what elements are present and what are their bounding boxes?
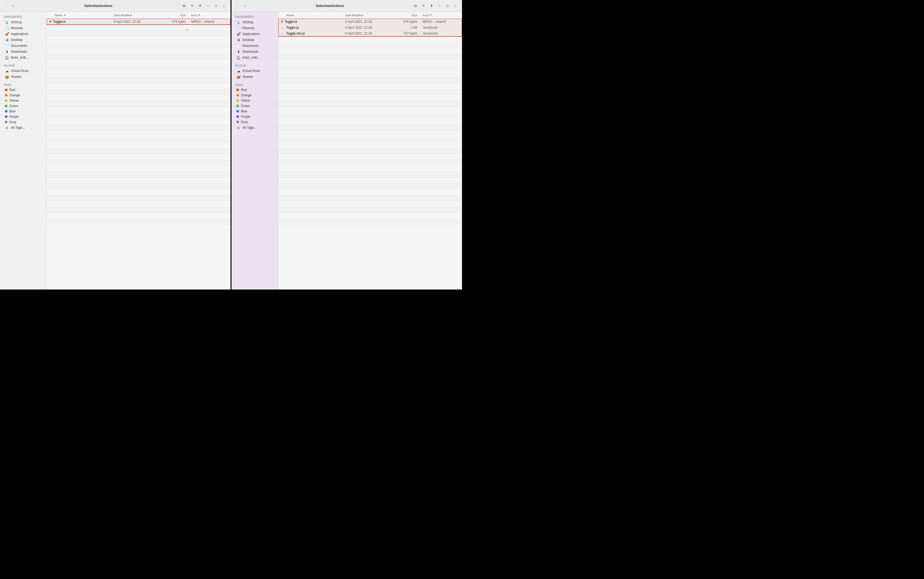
sidebar-item-gray-left[interactable]: Gray (1, 119, 46, 125)
sidebar-item-green-right[interactable]: Green (233, 103, 277, 109)
sidebar-item-desktop-right[interactable]: 🖥 Desktop (233, 37, 277, 43)
col-size-left[interactable]: Size (162, 14, 189, 17)
tag-icon-right[interactable]: ○ (436, 3, 443, 8)
col-name-left[interactable]: Name ▼ (47, 14, 114, 17)
col-date-left[interactable]: Date Modified (114, 14, 162, 17)
home-icon-left: 🏠 (5, 56, 9, 60)
blue-dot-right (236, 110, 239, 113)
sidebar-item-alltags-left[interactable]: ◎ All Tags... (1, 125, 46, 131)
airdrop-icon-right: 📡 (236, 20, 241, 25)
desktop-icon-left: 🖥 (5, 38, 9, 42)
sidebar-item-downloads-left[interactable]: ⬇ Downloads (1, 49, 46, 55)
col-kind-arrow-left: ⇅ (198, 14, 200, 16)
sidebar-item-airdrop-right[interactable]: 📡 AirDrop (233, 19, 277, 25)
view-icon-right[interactable]: ⊞ (412, 3, 419, 8)
sidebar-item-blue-right[interactable]: Blue (233, 109, 277, 114)
search-icon-right[interactable]: ⌕ (452, 3, 459, 8)
sidebar-item-blue-left[interactable]: Blue (1, 109, 46, 114)
orange-dot-left (5, 94, 8, 96)
downloads-icon-right: ⬇ (236, 49, 241, 54)
alltags-icon-right: ◎ (236, 126, 241, 130)
empty-row (47, 66, 230, 72)
view-icon-left[interactable]: ⊞ (181, 3, 187, 8)
forward-button-left[interactable]: › (11, 3, 16, 8)
empty-row (278, 136, 462, 142)
empty-row (278, 42, 462, 48)
gray-dot-left (5, 121, 8, 123)
toggle-ts-date-right: 6 April 2022, 22:28 (345, 20, 393, 23)
sidebar-item-icloud-left[interactable]: ☁ iCloud Drive (1, 68, 46, 74)
col-name-right[interactable]: Name (278, 14, 345, 17)
sidebar-item-documents-right[interactable]: 📄 Documents (233, 43, 277, 49)
sidebar-item-home-left[interactable]: 🏠 fedor_kolb... (1, 55, 46, 61)
sidebar-item-purple-left[interactable]: Purple (1, 114, 46, 119)
sidebar-item-home-right[interactable]: 🏠 fedor_kolb... (233, 55, 277, 61)
col-size-right[interactable]: Size (393, 14, 420, 17)
file-dot-left (49, 21, 51, 23)
sidebar-item-red-left[interactable]: Red (1, 87, 46, 93)
back-button-right[interactable]: ‹ (235, 3, 240, 8)
col-name-label-right: Name (286, 14, 294, 17)
gray-label-right: Gray (241, 120, 248, 124)
sidebar-item-recents-right[interactable]: 🕐 Recents (233, 25, 277, 31)
sidebar-item-downloads-right[interactable]: ⬇ Downloads (233, 49, 277, 55)
empty-row (47, 36, 230, 42)
applications-label-right: Applications (243, 32, 260, 36)
emoji-icon-right[interactable]: ☺ (444, 3, 451, 8)
sidebar-item-gray-right[interactable]: Gray (233, 119, 277, 125)
empty-row (47, 225, 230, 231)
empty-row (47, 54, 230, 60)
sidebar-item-applications-left[interactable]: 🚀 Applications (1, 31, 46, 37)
sidebar-item-alltags-right[interactable]: ◎ All Tags... (233, 125, 277, 131)
sidebar-item-shared-right[interactable]: 📦 Shared (233, 74, 277, 80)
sidebar-item-applications-right[interactable]: 🚀 Applications (233, 31, 277, 37)
sidebar-item-icloud-right[interactable]: ☁ iCloud Drive (233, 68, 277, 74)
sidebar-item-yellow-left[interactable]: Yellow (1, 98, 46, 103)
documents-icon-left: 📄 (5, 44, 9, 48)
red-dot-left (5, 88, 8, 91)
sidebar-item-desktop-left[interactable]: 🖥 Desktop (1, 37, 46, 43)
finder-body-right: Favourites 📡 AirDrop 🕐 Recents 🚀 Applica… (231, 12, 462, 290)
file-row-toggle-ts-left[interactable]: Toggle.ts 6 April 2022, 22:28 576 bytes … (47, 19, 230, 25)
empty-row (278, 119, 462, 125)
sidebar-item-purple-right[interactable]: Purple (233, 114, 277, 119)
shared-icon-left: 📦 (5, 75, 9, 79)
window-title-right: SelectionActions (250, 4, 410, 8)
file-row-toggle-min-js-right[interactable]: ▭ Toggle.min.js 6 April 2022, 22:28 707 … (278, 31, 462, 36)
toggle-ts-kind-left: MPEG-...tream4 (189, 20, 230, 23)
share-icon-right[interactable]: ⬆ (428, 3, 435, 8)
file-row-toggle-js-right[interactable]: ▭ Toggle.js 6 April 2022, 22:28 1 KB Jav… (278, 25, 462, 31)
view-toggle-right[interactable]: ⇅ (420, 3, 427, 8)
col-kind-right[interactable]: Kind ⇅ (420, 14, 462, 17)
sidebar-item-documents-left[interactable]: 📄 Documents (1, 43, 46, 49)
empty-row (278, 60, 462, 66)
back-button-left[interactable]: ‹ (3, 3, 8, 8)
sidebar-item-orange-right[interactable]: Orange (233, 93, 277, 98)
sidebar-item-yellow-right[interactable]: Yellow (233, 98, 277, 103)
emoji-icon-left[interactable]: ☺ (213, 3, 219, 8)
empty-row (278, 142, 462, 148)
sidebar-item-shared-left[interactable]: 📦 Shared (1, 74, 46, 80)
empty-row (47, 148, 230, 154)
file-row-toggle-ts-right[interactable]: Toggle.ts 6 April 2022, 22:28 576 bytes … (278, 19, 462, 25)
sidebar-item-green-left[interactable]: Green (1, 103, 46, 109)
forward-button-right[interactable]: › (242, 3, 248, 8)
sidebar-item-orange-left[interactable]: Orange (1, 93, 46, 98)
view-toggle-left[interactable]: ⇅ (189, 3, 195, 8)
sidebar-item-recents-left[interactable]: 🕐 Recents (1, 25, 46, 31)
recents-icon-left: 🕐 (5, 26, 9, 30)
empty-row (47, 125, 230, 131)
col-date-right[interactable]: Date Modified (345, 14, 393, 17)
sidebar-item-airdrop-left[interactable]: 📡 AirDrop (1, 19, 46, 25)
share-icon-left[interactable]: ⬆ (197, 3, 203, 8)
window-title-left: SelectionActions (18, 4, 179, 8)
empty-row (47, 119, 230, 125)
sidebar-item-red-right[interactable]: Red (233, 87, 277, 93)
empty-row (278, 213, 462, 219)
empty-row (278, 78, 462, 83)
col-kind-left[interactable]: Kind ⇅ (189, 14, 230, 17)
empty-row (47, 83, 230, 89)
search-icon-left[interactable]: ⌕ (221, 3, 227, 8)
shared-label-left: Shared (11, 75, 21, 79)
tag-icon-left[interactable]: ○ (205, 3, 211, 8)
